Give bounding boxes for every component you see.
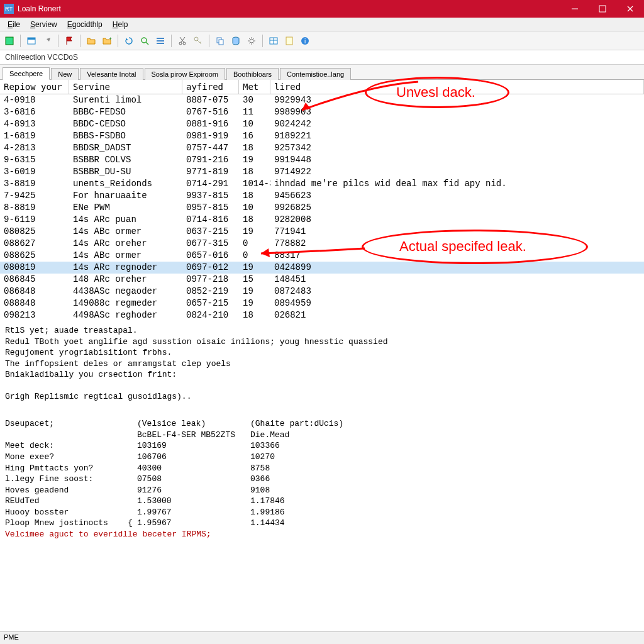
log-line: Redul TBoth yoet anglifie agd susstion o… [5,336,639,348]
col-servine[interactable]: Servine [69,80,182,94]
tab-boothibloars[interactable]: Boothibloars [226,68,279,80]
svg-text:+: + [109,36,112,42]
table-row[interactable]: 9-6315BSBBR COLVS0791-216199919448 [0,154,644,166]
tab-velesante-inotal[interactable]: Velesante Inotal [80,68,143,80]
cell: 0714-816 [182,214,239,226]
cell: 8887-075 [182,94,239,106]
cell: 18 [239,309,270,321]
cell: 0677-315 [182,238,239,250]
maximize-button[interactable] [589,0,616,18]
table-row[interactable]: 08081914s ARc regnoder0697-012190424899 [0,262,644,274]
cell: 9919448 [270,154,644,166]
cell: 9937-815 [182,190,239,202]
cell: 088625 [0,250,69,262]
tb-refresh-icon[interactable] [122,34,136,48]
tb-flag-icon[interactable] [62,34,76,48]
tb-list-icon[interactable] [153,34,167,48]
svg-point-8 [142,38,147,43]
cell: 4-2813 [0,142,69,154]
app-icon: RT [4,4,14,14]
cell: 0894959 [270,297,644,309]
cell: 088848 [0,297,69,309]
cell: 148 ARc oreher [69,274,182,286]
cell: 0852-219 [182,286,239,297]
cell: 0977-218 [182,274,239,286]
tb-db-icon[interactable] [229,34,243,48]
cell: 080819 [0,262,69,274]
svg-rect-17 [219,40,223,45]
cell: 0757-447 [182,142,239,154]
cell: 19 [239,262,270,274]
cell: 4438ASc negaoder [69,286,182,297]
cell: 14s ABc ormer [69,226,182,238]
table-row[interactable]: 088848149088c regmeder0657-215190894959 [0,297,644,309]
path-bar: ChIireection VCCDoS [0,50,644,65]
cell: 771941 [270,226,644,238]
table-row[interactable]: 1-6819BBBS-FSDBO0981-919169189221 [0,130,644,142]
tb-info-icon[interactable]: i [298,34,312,48]
cell: BSBBR_DU-SU [69,166,182,178]
table-row[interactable]: 0982134498ASc reghoder0824-21018026821 [0,309,644,321]
table-row[interactable]: 3-6019BSBBR_DU-SU9771-819189714922 [0,166,644,178]
table-row[interactable]: 9-611914s ARc puan0714-816189282008 [0,214,644,226]
stat-row: Huooy bosster1.997671.99186 [5,507,639,518]
cell: 9257342 [270,142,644,154]
table-row[interactable]: 8-8819ENe PWM0957-815109926825 [0,202,644,214]
tb-window-icon[interactable] [25,34,38,48]
tb-search-icon[interactable] [138,34,152,48]
log-area: RtlS yet; auade treastapal.Redul TBoth y… [0,321,644,543]
close-button[interactable] [616,0,644,18]
cell: 0657-016 [182,250,239,262]
tab-seechpere[interactable]: Seechpere [3,67,50,80]
cell: Surenti limol [69,94,182,106]
tb-cut-icon[interactable] [175,34,189,48]
log-line: Regujoment yrogriabisitiont frbhs. [5,347,639,358]
tb-folder-icon[interactable] [84,34,98,48]
cell: 1014-371 [239,178,270,190]
tb-tools-icon[interactable] [40,34,54,48]
col-met[interactable]: Met [239,80,270,94]
tab-sosla-pirow-expiroom[interactable]: Sosla pirow Expiroom [145,68,225,80]
tb-table-icon[interactable] [267,34,280,48]
table-row[interactable]: 4-2813BBDSR_DADST0757-447189257342 [0,142,644,154]
menu-file[interactable]: Eile [3,19,25,30]
minimize-button[interactable] [561,0,589,18]
menu-options[interactable]: Egocidthlp [62,19,108,30]
tb-new-icon[interactable] [3,34,16,48]
col-repiow[interactable]: Repiow your [0,80,69,94]
table-row[interactable]: 0868484438ASc negaoder0852-219190872483 [0,286,644,297]
cell: 0714-291 [182,178,239,190]
table-row[interactable]: 08082514s ABc ormer0637-21519771941 [0,226,644,238]
cell: 4498ASc reghoder [69,309,182,321]
svg-point-19 [250,39,253,43]
tb-copy-icon[interactable] [213,34,227,48]
tb-key-icon[interactable] [191,34,205,48]
cell: BBDSR_DADST [69,142,182,154]
tb-gear-icon[interactable] [245,34,258,48]
menu-view[interactable]: Serview [25,19,62,30]
cell: BBBS-FSDBO [69,130,182,142]
cell: 14s ARc oreher [69,238,182,250]
table-row[interactable]: 3-8819unents_Reidonds0714-2911014-371ihn… [0,178,644,190]
cell: 026821 [270,309,644,321]
cell: 14s ABc ormer [69,250,182,262]
cell: BBBC-FEDSO [69,106,182,118]
cell: 0981-919 [182,130,239,142]
cell: ENe PWM [69,202,182,214]
cell: 3-6816 [0,106,69,118]
menu-help[interactable]: Help [108,19,133,30]
annotation-arrow-1 [296,79,421,116]
table-row[interactable]: 086845148 ARc oreher0977-21815148451 [0,274,644,286]
table-row[interactable]: 7-9425For hnaruaaite9937-815189456623 [0,190,644,202]
cell: 9926825 [270,202,644,214]
cell: 10 [239,118,270,130]
cell: 9282008 [270,214,644,226]
tb-note-icon[interactable] [282,34,296,48]
col-ayfired[interactable]: ayfired [182,80,239,94]
table-row[interactable]: 4-8913BBDC-CEDSO0881-916109024242 [0,118,644,130]
cell: 3-6019 [0,166,69,178]
cell: 086845 [0,274,69,286]
cell: 0697-012 [182,262,239,274]
tab-new[interactable]: New [51,68,79,80]
tb-folderplus-icon[interactable]: + [100,34,114,48]
